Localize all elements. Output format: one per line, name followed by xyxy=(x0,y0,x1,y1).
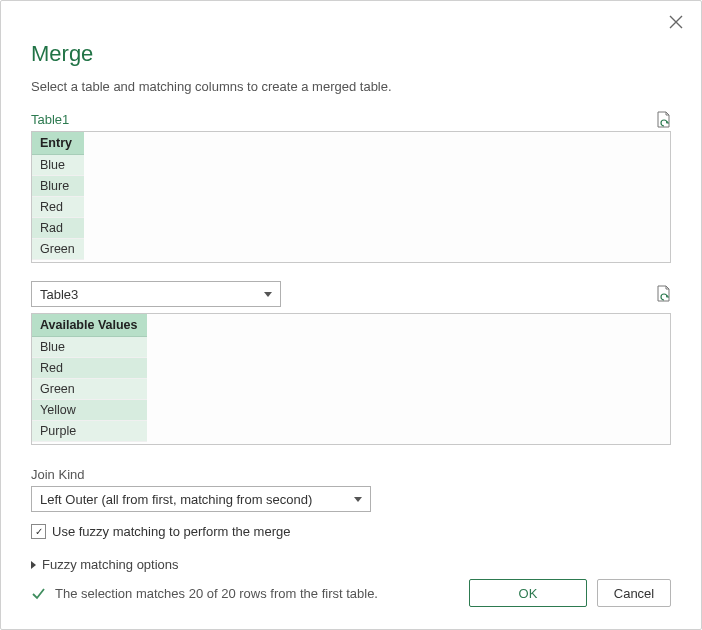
table-row[interactable]: Yellow xyxy=(32,400,147,421)
table-row[interactable]: Green xyxy=(32,379,147,400)
close-icon[interactable] xyxy=(669,15,683,29)
table2-column-header[interactable]: Available Values xyxy=(32,314,147,337)
join-kind-selected-value: Left Outer (all from first, matching fro… xyxy=(40,492,312,507)
fuzzy-matching-label: Use fuzzy matching to perform the merge xyxy=(52,524,290,539)
chevron-down-icon xyxy=(264,292,272,297)
dialog-title: Merge xyxy=(31,41,671,67)
table2-selected-value: Table3 xyxy=(40,287,78,302)
fuzzy-options-label: Fuzzy matching options xyxy=(42,557,179,572)
table2-selector-row: Table3 xyxy=(31,281,671,307)
table-row[interactable]: Blue xyxy=(32,337,147,358)
table-row[interactable]: Blure xyxy=(32,176,84,197)
check-icon xyxy=(31,586,46,601)
table-row[interactable]: Blue xyxy=(32,155,84,176)
cancel-button[interactable]: Cancel xyxy=(597,579,671,607)
fuzzy-options-expander[interactable]: Fuzzy matching options xyxy=(31,557,671,572)
chevron-down-icon xyxy=(354,497,362,502)
table1-column-header[interactable]: Entry xyxy=(32,132,84,155)
join-kind-label: Join Kind xyxy=(31,467,671,482)
table1-column[interactable]: Entry Blue Blure Red Rad Green xyxy=(32,132,84,260)
table-row[interactable]: Red xyxy=(32,358,147,379)
table2-preview[interactable]: Available Values Blue Red Green Yellow P… xyxy=(31,313,671,445)
table-row[interactable]: Rad xyxy=(32,218,84,239)
table2-select[interactable]: Table3 xyxy=(31,281,281,307)
table1-label: Table1 xyxy=(31,110,69,129)
table-row[interactable]: Purple xyxy=(32,421,147,442)
button-row: OK Cancel xyxy=(469,579,671,607)
fuzzy-matching-checkbox[interactable]: ✓ xyxy=(31,524,46,539)
table1-header-row: Table1 xyxy=(31,110,671,129)
status-text: The selection matches 20 of 20 rows from… xyxy=(55,586,378,601)
status-row: The selection matches 20 of 20 rows from… xyxy=(31,586,378,601)
dialog-subtitle: Select a table and matching columns to c… xyxy=(31,79,671,94)
merge-dialog: Merge Select a table and matching column… xyxy=(0,0,702,630)
bottom-row: The selection matches 20 of 20 rows from… xyxy=(31,579,671,607)
refresh-table2-icon[interactable] xyxy=(655,285,671,303)
refresh-table1-icon[interactable] xyxy=(655,111,671,129)
table1-preview[interactable]: Entry Blue Blure Red Rad Green xyxy=(31,131,671,263)
triangle-right-icon xyxy=(31,561,36,569)
ok-button[interactable]: OK xyxy=(469,579,587,607)
table-row[interactable]: Red xyxy=(32,197,84,218)
table-row[interactable]: Green xyxy=(32,239,84,260)
table2-column[interactable]: Available Values Blue Red Green Yellow P… xyxy=(32,314,147,442)
join-kind-select[interactable]: Left Outer (all from first, matching fro… xyxy=(31,486,371,512)
fuzzy-checkbox-row: ✓ Use fuzzy matching to perform the merg… xyxy=(31,524,671,539)
